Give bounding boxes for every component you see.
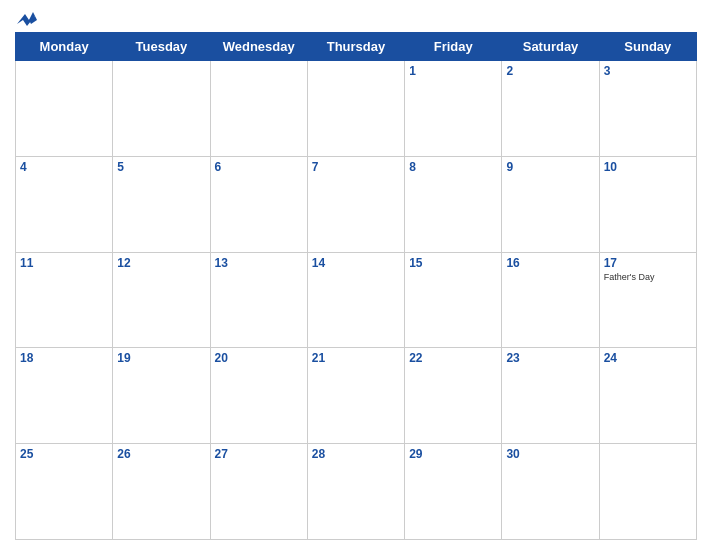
calendar-cell: 25: [16, 444, 113, 540]
week-row-2: 45678910: [16, 156, 697, 252]
weekday-header-tuesday: Tuesday: [113, 33, 210, 61]
day-number: 18: [20, 351, 108, 365]
calendar-cell: 10: [599, 156, 696, 252]
day-number: 11: [20, 256, 108, 270]
day-number: 13: [215, 256, 303, 270]
calendar-cell: 14: [307, 252, 404, 348]
calendar-cell: 9: [502, 156, 599, 252]
calendar-cell: 28: [307, 444, 404, 540]
calendar-cell: [210, 61, 307, 157]
calendar-cell: 20: [210, 348, 307, 444]
day-number: 5: [117, 160, 205, 174]
calendar-cell: 7: [307, 156, 404, 252]
day-number: 22: [409, 351, 497, 365]
week-row-3: 11121314151617Father's Day: [16, 252, 697, 348]
calendar-cell: 18: [16, 348, 113, 444]
day-number: 29: [409, 447, 497, 461]
day-number: 30: [506, 447, 594, 461]
day-number: 3: [604, 64, 692, 78]
day-number: 24: [604, 351, 692, 365]
day-number: 2: [506, 64, 594, 78]
calendar-cell: 23: [502, 348, 599, 444]
calendar-cell: [113, 61, 210, 157]
calendar-cell: 22: [405, 348, 502, 444]
day-number: 1: [409, 64, 497, 78]
day-number: 14: [312, 256, 400, 270]
day-number: 19: [117, 351, 205, 365]
calendar-cell: 30: [502, 444, 599, 540]
weekday-header-wednesday: Wednesday: [210, 33, 307, 61]
logo-bird-icon: [15, 10, 37, 28]
day-number: 28: [312, 447, 400, 461]
calendar-cell: 3: [599, 61, 696, 157]
event-label: Father's Day: [604, 272, 692, 282]
day-number: 7: [312, 160, 400, 174]
week-row-1: 123: [16, 61, 697, 157]
day-number: 8: [409, 160, 497, 174]
calendar-cell: 1: [405, 61, 502, 157]
day-number: 9: [506, 160, 594, 174]
calendar-cell: 12: [113, 252, 210, 348]
calendar-cell: 5: [113, 156, 210, 252]
day-number: 12: [117, 256, 205, 270]
calendar-cell: 26: [113, 444, 210, 540]
day-number: 6: [215, 160, 303, 174]
day-number: 4: [20, 160, 108, 174]
calendar-cell: 13: [210, 252, 307, 348]
weekday-header-sunday: Sunday: [599, 33, 696, 61]
weekday-header-saturday: Saturday: [502, 33, 599, 61]
weekday-header-row: MondayTuesdayWednesdayThursdayFridaySatu…: [16, 33, 697, 61]
day-number: 25: [20, 447, 108, 461]
calendar-cell: [16, 61, 113, 157]
week-row-5: 252627282930: [16, 444, 697, 540]
week-row-4: 18192021222324: [16, 348, 697, 444]
calendar-cell: [307, 61, 404, 157]
calendar-cell: 6: [210, 156, 307, 252]
calendar-cell: 24: [599, 348, 696, 444]
day-number: 26: [117, 447, 205, 461]
calendar-cell: 15: [405, 252, 502, 348]
calendar-header: [15, 10, 697, 28]
calendar-cell: 19: [113, 348, 210, 444]
calendar-cell: [599, 444, 696, 540]
day-number: 20: [215, 351, 303, 365]
calendar-cell: 27: [210, 444, 307, 540]
day-number: 17: [604, 256, 692, 270]
calendar-cell: 8: [405, 156, 502, 252]
calendar-cell: 17Father's Day: [599, 252, 696, 348]
day-number: 16: [506, 256, 594, 270]
calendar-table: MondayTuesdayWednesdayThursdayFridaySatu…: [15, 32, 697, 540]
day-number: 15: [409, 256, 497, 270]
calendar-cell: 11: [16, 252, 113, 348]
calendar-cell: 29: [405, 444, 502, 540]
calendar-cell: 21: [307, 348, 404, 444]
calendar-cell: 4: [16, 156, 113, 252]
day-number: 27: [215, 447, 303, 461]
day-number: 23: [506, 351, 594, 365]
day-number: 21: [312, 351, 400, 365]
weekday-header-friday: Friday: [405, 33, 502, 61]
weekday-header-thursday: Thursday: [307, 33, 404, 61]
calendar-cell: 16: [502, 252, 599, 348]
weekday-header-monday: Monday: [16, 33, 113, 61]
calendar-cell: 2: [502, 61, 599, 157]
logo: [15, 10, 41, 28]
day-number: 10: [604, 160, 692, 174]
